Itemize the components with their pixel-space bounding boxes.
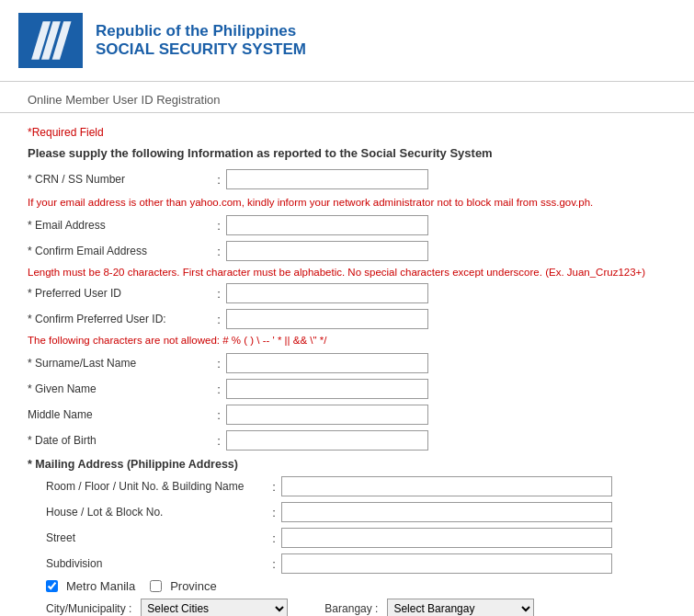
preferred-userid-row: * Preferred User ID : [28, 283, 666, 303]
confirm-email-row: * Confirm Email Address : [28, 241, 666, 261]
confirm-userid-input[interactable] [226, 309, 428, 329]
city-select[interactable]: Select Cities [141, 599, 288, 616]
street-row: Street : [28, 528, 666, 548]
middle-name-input[interactable] [226, 405, 428, 425]
province-checkbox[interactable] [150, 580, 162, 592]
street-input[interactable] [281, 528, 612, 548]
subdivision-label: Subdivision [46, 557, 267, 570]
dob-input[interactable] [226, 430, 428, 451]
page-header: Republic of the Philippines SOCIAL SECUR… [0, 0, 694, 82]
crn-row: * CRN / SS Number : [28, 169, 666, 189]
mailing-section-label: * Mailing Address (Philippine Address) [28, 458, 666, 471]
subdivision-input[interactable] [281, 553, 612, 574]
email-row: * Email Address : [28, 215, 666, 235]
confirm-userid-row: * Confirm Preferred User ID: : [28, 309, 666, 329]
email-input[interactable] [226, 215, 428, 235]
crn-label: * CRN / SS Number [28, 173, 211, 186]
dob-label: * Date of Birth [28, 434, 211, 447]
barangay-label: Barangay : [324, 602, 378, 615]
form-area: *Required Field Please supply the follow… [0, 113, 694, 616]
middle-name-row: Middle Name : [28, 405, 666, 425]
street-label: Street [46, 531, 267, 544]
given-name-row: * Given Name : [28, 379, 666, 399]
metro-manila-checkbox[interactable] [46, 580, 58, 592]
header-text: Republic of the Philippines SOCIAL SECUR… [96, 22, 306, 59]
metro-province-row: Metro Manila Province [28, 579, 666, 593]
section-description: Please supply the following Information … [28, 146, 666, 160]
barangay-select[interactable]: Select Barangay [387, 599, 534, 616]
confirm-email-label: * Confirm Email Address [28, 245, 211, 257]
preferred-userid-label: * Preferred User ID [28, 287, 211, 300]
given-name-input[interactable] [226, 379, 428, 399]
house-row: House / Lot & Block No. : [28, 502, 666, 522]
room-label: Room / Floor / Unit No. & Building Name [46, 480, 267, 493]
preferred-userid-input[interactable] [226, 283, 428, 303]
crn-input[interactable] [226, 169, 428, 189]
surname-row: * Surname/Last Name : [28, 353, 666, 373]
room-row: Room / Floor / Unit No. & Building Name … [28, 476, 666, 496]
confirm-userid-label: * Confirm Preferred User ID: [28, 313, 211, 325]
room-input[interactable] [281, 476, 612, 496]
province-label[interactable]: Province [170, 579, 217, 593]
required-note: *Required Field [28, 126, 666, 139]
userid-note: Length must be 8-20 characters. First ch… [28, 267, 666, 278]
header-title-line1: Republic of the Philippines [96, 22, 306, 40]
email-label: * Email Address [28, 219, 211, 232]
house-input[interactable] [281, 502, 612, 522]
metro-manila-label[interactable]: Metro Manila [66, 579, 135, 593]
sss-logo [18, 13, 83, 68]
surname-label: * Surname/Last Name [28, 357, 211, 370]
city-label: City/Municipality : [46, 602, 131, 615]
header-title-line2: SOCIAL SECURITY SYSTEM [96, 40, 306, 59]
email-info-msg: If your email address is other than yaho… [28, 195, 666, 210]
given-name-label: * Given Name [28, 382, 211, 395]
middle-name-label: Middle Name [28, 408, 211, 421]
dob-row: * Date of Birth : [28, 430, 666, 451]
house-label: House / Lot & Block No. [46, 506, 267, 519]
page-title: Online Member User ID Registration [0, 82, 694, 113]
not-allowed-note: The following characters are not allowed… [28, 335, 666, 346]
surname-input[interactable] [226, 353, 428, 373]
subdivision-row: Subdivision : [28, 553, 666, 574]
confirm-email-input[interactable] [226, 241, 428, 261]
city-barangay-row: City/Municipality : Select Cities Barang… [28, 599, 666, 616]
